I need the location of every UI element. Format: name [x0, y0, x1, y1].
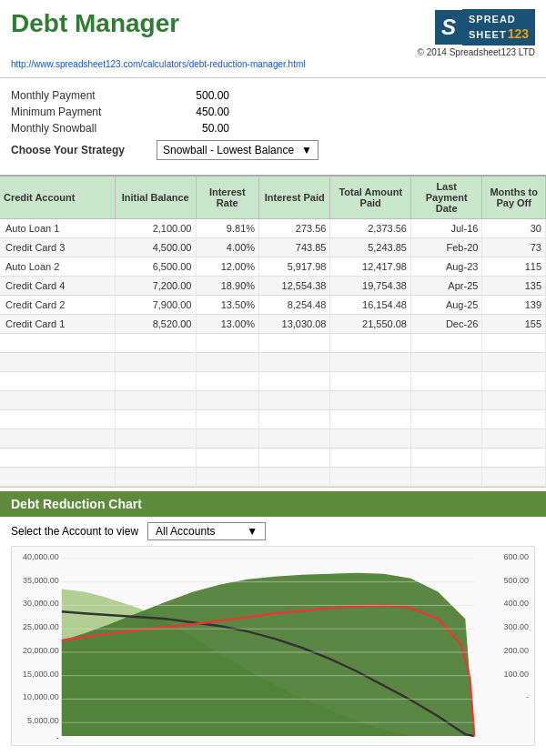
svg-text:10,000.00: 10,000.00 — [23, 693, 59, 702]
table-row: Credit Card 18,520.0013.00%13,030.0821,5… — [0, 315, 546, 334]
minimum-payment-label: Minimum Payment — [11, 106, 157, 118]
monthly-payment-value: 500.00 — [157, 89, 229, 102]
monthly-payment-label: Monthly Payment — [11, 89, 157, 102]
empty-row — [0, 372, 546, 391]
table-row: Credit Card 27,900.0013.50%8,254.4816,15… — [0, 296, 546, 315]
table-row: Credit Card 47,200.0018.90%12,554.3819,7… — [0, 277, 546, 296]
svg-text:5,000.00: 5,000.00 — [27, 717, 59, 726]
chart-section-title: Debt Reduction Chart — [11, 497, 142, 511]
table-row: Auto Loan 26,500.0012.00%5,917.9812,417.… — [0, 257, 546, 277]
app-title: Debt Manager — [11, 9, 179, 38]
col-total-amount-paid: Total Amount Paid — [330, 176, 411, 219]
logo-spread: SPREAD — [469, 13, 529, 25]
col-initial-balance: Initial Balance — [115, 176, 196, 219]
debt-chart: 40,000.00 35,000.00 30,000.00 25,000.00 … — [12, 547, 534, 745]
dropdown-arrow-icon: ▼ — [301, 144, 312, 156]
logo-sheet: SHEET — [469, 28, 507, 41]
copyright: © 2014 Spreadsheet123 LTD — [418, 47, 536, 57]
col-account: Credit Account — [0, 176, 115, 219]
header-link[interactable]: http://www.spreadsheet123.com/calculator… — [11, 59, 306, 69]
table-row: Credit Card 34,500.004.00%743.855,243.85… — [0, 238, 546, 257]
svg-text:35,000.00: 35,000.00 — [23, 576, 59, 585]
svg-text:100.00: 100.00 — [504, 670, 529, 679]
svg-text:40,000.00: 40,000.00 — [23, 552, 59, 561]
svg-text:600.00: 600.00 — [504, 552, 529, 561]
minimum-payment-value: 450.00 — [157, 106, 229, 118]
empty-row — [0, 449, 546, 468]
empty-row — [0, 468, 546, 487]
account-value: All Accounts — [156, 525, 215, 538]
account-dropdown-arrow-icon: ▼ — [247, 525, 258, 538]
col-interest-paid: Interest Paid — [259, 176, 330, 219]
empty-row — [0, 410, 546, 429]
empty-row — [0, 334, 546, 353]
svg-text:400.00: 400.00 — [504, 600, 529, 609]
svg-text:20,000.00: 20,000.00 — [23, 646, 59, 655]
monthly-snowball-label: Monthly Snowball — [11, 122, 157, 135]
table-row: Auto Loan 12,100.009.81%273.562,373.56Ju… — [0, 219, 546, 238]
col-last-payment-date: Last Payment Date — [410, 176, 481, 219]
col-interest-rate: Interest Rate — [196, 176, 259, 219]
svg-text:-: - — [526, 693, 529, 702]
col-months-to-payoff: Months to Pay Off — [482, 176, 546, 219]
strategy-dropdown[interactable]: Snowball - Lowest Balance ▼ — [157, 140, 318, 160]
svg-text:300.00: 300.00 — [504, 623, 529, 632]
svg-text:25,000.00: 25,000.00 — [23, 623, 59, 632]
svg-text:200.00: 200.00 — [504, 646, 529, 655]
account-dropdown[interactable]: All Accounts ▼ — [147, 522, 266, 540]
strategy-label: Choose Your Strategy — [11, 144, 157, 156]
logo-s-icon: S — [441, 15, 456, 40]
svg-text:15,000.00: 15,000.00 — [23, 670, 59, 679]
svg-text:30,000.00: 30,000.00 — [23, 600, 59, 609]
strategy-value: Snowball - Lowest Balance — [163, 144, 294, 156]
empty-row — [0, 429, 546, 449]
account-selector-label: Select the Account to view — [11, 525, 138, 538]
empty-row — [0, 391, 546, 410]
logo-123: 123 — [508, 25, 529, 42]
svg-text:500.00: 500.00 — [504, 576, 529, 585]
monthly-snowball-value: 50.00 — [157, 122, 229, 135]
empty-row — [0, 353, 546, 372]
table-header-row: Credit Account Initial Balance Interest … — [0, 176, 546, 219]
svg-text:-: - — [56, 734, 59, 743]
logo: S SPREAD SHEET 123 — [435, 9, 535, 45]
